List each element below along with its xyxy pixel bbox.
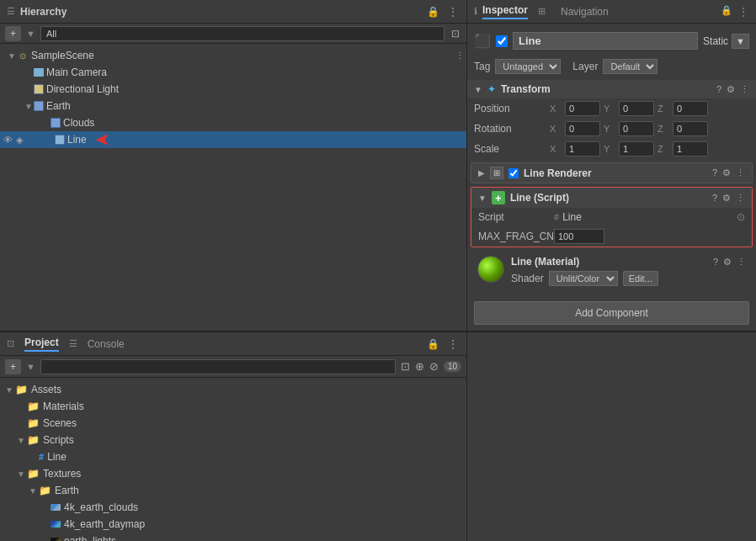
scale-y-input[interactable]: 1 — [619, 141, 654, 156]
red-arrow-indicator: ➤ — [95, 129, 110, 151]
transform-settings-icon[interactable]: ⚙ — [727, 84, 735, 95]
project-icon2[interactable]: ⊕ — [415, 360, 424, 373]
static-dropdown-button[interactable]: ▼ — [732, 34, 749, 49]
line-script-menu-icon[interactable]: ⋮ — [736, 193, 745, 204]
transform-help-icon[interactable]: ? — [716, 84, 721, 95]
hierarchy-item-directional-light[interactable]: Directional Light — [0, 81, 466, 98]
material-help-icon[interactable]: ? — [713, 257, 718, 268]
shader-label: Shader — [511, 273, 544, 284]
position-x-label: X — [550, 103, 562, 114]
hierarchy-item-clouds[interactable]: Clouds — [0, 114, 466, 131]
rotation-y-input[interactable]: 0 — [619, 121, 654, 136]
tree-item-textures[interactable]: ▼ 📁 Textures — [0, 465, 466, 482]
tree-item-line-script[interactable]: # Line — [0, 448, 466, 465]
transform-menu-icon[interactable]: ⋮ — [740, 84, 749, 95]
tree-item-scenes[interactable]: 📁 Scenes — [0, 415, 466, 432]
transform-icon: ✦ — [487, 83, 496, 95]
rotation-x-input[interactable]: 0 — [565, 121, 600, 136]
textures-label: Textures — [43, 468, 81, 480]
rotation-label: Rotation — [474, 123, 550, 135]
shader-edit-button[interactable]: Edit... — [623, 271, 658, 286]
transform-section-header[interactable]: ▼ ✦ Transform ? ⚙ ⋮ — [467, 80, 756, 98]
material-menu-icon[interactable]: ⋮ — [737, 257, 746, 268]
object-name-input[interactable] — [513, 32, 698, 50]
nav-panel-icon: ⊞ — [538, 6, 546, 17]
position-y-input[interactable]: 0 — [619, 101, 654, 116]
line-script-help-icon[interactable]: ? — [712, 193, 717, 204]
project-lock-icon[interactable]: 🔒 — [425, 337, 441, 352]
tree-item-earth-folder[interactable]: ▼ 📁 Earth — [0, 482, 466, 499]
project-add-button[interactable]: + — [5, 359, 21, 374]
navigation-tab[interactable]: Navigation — [561, 6, 609, 18]
line-renderer-settings-icon[interactable]: ⚙ — [722, 167, 731, 178]
project-icon3[interactable]: ⊘ — [429, 360, 439, 373]
bottom-right-panel — [467, 332, 756, 541]
project-menu-icon[interactable]: ⋮ — [446, 337, 460, 352]
rotation-z-input[interactable]: 0 — [673, 121, 708, 136]
tree-item-materials[interactable]: 📁 Materials — [0, 398, 466, 415]
line-renderer-enabled[interactable] — [508, 168, 519, 178]
static-label: Static — [703, 35, 728, 47]
hierarchy-header-icons: 🔒 ⋮ — [425, 4, 460, 19]
inspector-tab[interactable]: Inspector — [482, 4, 528, 19]
earth-folder-label: Earth — [55, 485, 79, 496]
samplescene-menu[interactable]: ⋮ — [454, 49, 466, 63]
earth-lights-img-icon — [51, 538, 61, 541]
max-frag-input[interactable] — [554, 229, 604, 244]
tree-item-assets[interactable]: ▼ 📁 Assets — [0, 381, 466, 398]
material-name: Line (Material) — [511, 256, 710, 268]
tree-item-earth-lights[interactable]: earth_lights — [0, 533, 466, 541]
layer-dropdown[interactable]: Default — [603, 59, 658, 74]
position-x-input[interactable]: 0 — [565, 101, 600, 116]
scale-row: Scale X 1 Y 1 Z 1 — [467, 139, 756, 159]
tag-dropdown[interactable]: Untagged — [495, 59, 561, 74]
assets-arrow: ▼ — [3, 385, 15, 395]
hierarchy-item-samplescene[interactable]: ▼ ⊙ SampleScene ⋮ — [0, 47, 466, 64]
earth-folder-icon: 📁 — [39, 485, 51, 496]
hierarchy-item-main-camera[interactable]: Main Camera — [0, 64, 466, 81]
hierarchy-add-button[interactable]: + — [5, 26, 21, 41]
hierarchy-menu-icon[interactable]: ⋮ — [446, 4, 460, 19]
rotation-fields: X 0 Y 0 Z 0 — [550, 121, 749, 136]
tree-item-4k-clouds[interactable]: 4k_earth_clouds — [0, 499, 466, 516]
line-renderer-title: Line Renderer — [524, 167, 707, 179]
scale-x-input[interactable]: 1 — [565, 141, 600, 156]
hierarchy-expand-icon[interactable]: ⊡ — [450, 26, 461, 41]
shader-dropdown[interactable]: Unlit/Color — [549, 271, 618, 286]
scripts-arrow: ▼ — [15, 436, 27, 445]
project-search-input[interactable] — [40, 359, 396, 374]
hierarchy-lock-icon[interactable]: 🔒 — [425, 4, 441, 19]
max-frag-row: MAX_FRAG_CNT — [471, 226, 752, 247]
hierarchy-item-earth[interactable]: ▼ Earth — [0, 98, 466, 114]
object-enabled-checkbox[interactable] — [496, 35, 508, 47]
line-renderer-component-icon: ⊞ — [490, 167, 503, 179]
inspector-menu-icon[interactable]: ⋮ — [737, 5, 749, 19]
hierarchy-item-line[interactable]: 👁 ◈ Line ➤ — [0, 131, 466, 148]
scale-z-input[interactable]: 1 — [673, 141, 708, 156]
tree-item-4k-daymap[interactable]: 4k_earth_daymap — [0, 516, 466, 533]
position-z-input[interactable]: 0 — [673, 101, 708, 116]
clouds-icon — [51, 118, 61, 128]
line-script-settings-icon[interactable]: ⚙ — [722, 193, 731, 204]
line-script-header[interactable]: ▼ + Line (Script) ? ⚙ ⋮ — [471, 188, 752, 208]
hierarchy-search-bar: + ▼ ⊡ — [0, 24, 466, 44]
line-script-tree-label: Line — [47, 451, 67, 463]
add-component-button[interactable]: Add Component — [474, 301, 749, 325]
script-target-icon[interactable]: ⊙ — [737, 211, 745, 223]
line-renderer-help-icon[interactable]: ? — [712, 167, 717, 178]
assets-folder-icon: 📁 — [15, 384, 28, 395]
hierarchy-search-input[interactable] — [40, 26, 445, 41]
project-icon1[interactable]: ⊡ — [401, 360, 410, 373]
transform-collapse-icon: ▼ — [474, 85, 482, 94]
4k-clouds-label: 4k_earth_clouds — [64, 501, 138, 513]
script-file-icon: # — [554, 212, 559, 222]
line-renderer-menu-icon[interactable]: ⋮ — [736, 167, 745, 178]
line-renderer-header[interactable]: ▶ ⊞ Line Renderer ? ⚙ ⋮ — [471, 163, 752, 183]
line-item-icon — [55, 135, 65, 145]
main-camera-icon — [34, 68, 44, 77]
console-tab[interactable]: Console — [88, 338, 125, 350]
project-tab[interactable]: Project — [24, 337, 59, 352]
inspector-lock-icon[interactable]: 🔒 — [721, 5, 732, 19]
tree-item-scripts[interactable]: ▼ 📁 Scripts — [0, 432, 466, 448]
material-settings-icon[interactable]: ⚙ — [723, 257, 732, 268]
